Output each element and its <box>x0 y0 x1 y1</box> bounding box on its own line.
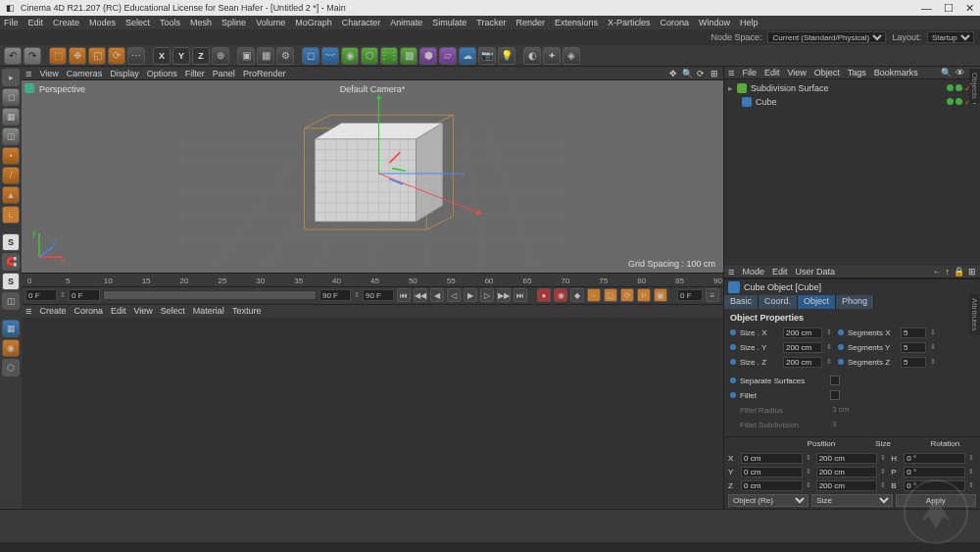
menu-render[interactable]: Render <box>515 18 545 27</box>
objmgr-search-icon[interactable]: 🔍 <box>941 68 952 77</box>
cloner-button[interactable]: ⋮⋮ <box>380 47 398 65</box>
menu-mograph[interactable]: MoGraph <box>295 18 332 27</box>
mat-view-menu[interactable]: View <box>133 306 152 316</box>
objmgr-tags-menu[interactable]: Tags <box>848 68 866 77</box>
rot-key-button[interactable]: ⟳ <box>620 288 634 302</box>
layout-select[interactable]: Startup <box>927 31 974 43</box>
mat-edit-menu[interactable]: Edit <box>111 306 126 316</box>
object-row[interactable]: Cube✓▪ <box>728 95 976 109</box>
make-editable-button[interactable]: ▸ <box>2 69 20 86</box>
side-tab-attributes[interactable]: Attributes <box>969 294 980 335</box>
scale-key-button[interactable]: ◱ <box>604 288 617 302</box>
viewport[interactable]: Perspective Default Camera* Grid Spacing… <box>22 80 723 273</box>
snap-s2-button[interactable]: S <box>2 273 20 290</box>
view-menu-prorender[interactable]: ProRender <box>243 69 286 78</box>
coord-size-Y[interactable] <box>816 467 878 477</box>
extra2-button[interactable]: ✦ <box>543 47 561 65</box>
attr-back-icon[interactable]: ← <box>933 267 942 276</box>
next-key-button[interactable]: ▶▶ <box>497 288 511 302</box>
size-z-input[interactable] <box>783 357 822 368</box>
axis-mode-button[interactable]: L <box>2 206 20 224</box>
goto-start-button[interactable]: ⏮ <box>397 288 411 302</box>
mat-texture-menu[interactable]: Texture <box>232 306 262 316</box>
timeline-slider[interactable] <box>103 290 317 300</box>
workplane-button[interactable]: ◫ <box>2 127 20 145</box>
coord-pos-X[interactable] <box>741 453 803 464</box>
generator-button[interactable]: ⬡ <box>361 47 378 65</box>
extra1-button[interactable]: ◐ <box>523 47 541 65</box>
objmgr-edit-menu[interactable]: Edit <box>764 68 780 77</box>
undo-button[interactable]: ↶ <box>4 47 22 65</box>
field-button[interactable]: ⬢ <box>419 47 437 65</box>
mat-create-menu[interactable]: Create <box>39 306 66 316</box>
prev-frame-button[interactable]: ◀ <box>430 288 444 302</box>
recent-tool[interactable]: ⋯ <box>127 47 145 65</box>
snap-workplane-button[interactable]: ◫ <box>2 292 20 310</box>
menu-help[interactable]: Help <box>740 18 759 27</box>
end-range-input[interactable] <box>363 289 394 301</box>
mat-select-menu[interactable]: Select <box>161 306 185 316</box>
subdivision-button[interactable]: ◉ <box>341 47 359 65</box>
cube-primitive-button[interactable]: ◻ <box>302 47 319 65</box>
record-button[interactable]: ● <box>537 288 551 302</box>
menu-x-particles[interactable]: X-Particles <box>608 18 651 27</box>
seg-x-input[interactable] <box>901 327 926 338</box>
view-menu-filter[interactable]: Filter <box>185 69 205 78</box>
coord-mode2-select[interactable]: Size <box>811 494 892 507</box>
mat-material-menu[interactable]: Material <box>193 306 224 316</box>
attr-lock-icon[interactable]: 🔒 <box>954 267 964 276</box>
current-frame-input[interactable] <box>677 289 703 301</box>
minimize-icon[interactable]: — <box>921 2 932 15</box>
deformer-button[interactable]: ▱ <box>439 47 457 65</box>
menu-file[interactable]: File <box>4 18 19 27</box>
xp-button-2[interactable]: ◉ <box>2 339 20 357</box>
attr-userdata-menu[interactable]: User Data <box>795 267 835 276</box>
seg-z-input[interactable] <box>901 357 926 368</box>
menu-simulate[interactable]: Simulate <box>432 18 466 27</box>
snap-icon-button[interactable]: 🧲 <box>2 253 20 271</box>
xp-button-3[interactable]: ⬡ <box>2 359 20 376</box>
select-tool[interactable]: ⬚ <box>49 47 67 65</box>
coord-pos-Y[interactable] <box>741 467 803 477</box>
attr-tab-basic[interactable]: Basic <box>724 295 759 309</box>
size-x-input[interactable] <box>783 327 822 338</box>
model-mode-button[interactable]: ◻ <box>2 88 20 106</box>
timeline-options-button[interactable]: ≡ <box>706 288 719 302</box>
menu-modes[interactable]: Modes <box>89 18 116 27</box>
render-settings-button[interactable]: ⚙ <box>276 47 294 65</box>
attr-tab-phong[interactable]: Phong <box>836 295 874 309</box>
coord-size-Z[interactable] <box>816 480 878 491</box>
menu-tracker[interactable]: Tracker <box>476 18 506 27</box>
objmgr-file-menu[interactable]: File <box>742 68 757 77</box>
objmgr-object-menu[interactable]: Object <box>814 68 840 77</box>
polygon-mode-button[interactable]: ▲ <box>2 186 20 204</box>
view-menu-options[interactable]: Options <box>147 69 177 78</box>
end-frame-input[interactable] <box>319 289 351 301</box>
mat-corona-menu[interactable]: Corona <box>74 306 103 316</box>
axis-y-toggle[interactable]: Y <box>172 47 190 65</box>
pla-key-button[interactable]: ▣ <box>654 288 667 302</box>
menu-tools[interactable]: Tools <box>160 18 180 27</box>
camera-button[interactable]: 📷 <box>478 47 496 65</box>
close-icon[interactable]: ✕ <box>965 2 974 15</box>
start-frame-input[interactable] <box>25 289 57 301</box>
menu-mesh[interactable]: Mesh <box>190 18 212 27</box>
render-pv-button[interactable]: ▦ <box>257 47 274 65</box>
object-row[interactable]: ▸Subdivision Surface✓▪ <box>728 81 976 95</box>
attr-tab-coord.[interactable]: Coord. <box>759 295 798 309</box>
menu-create[interactable]: Create <box>53 18 79 27</box>
size-y-input[interactable] <box>783 342 822 353</box>
menu-window[interactable]: Window <box>699 18 730 27</box>
play-button[interactable]: ▶ <box>464 288 477 302</box>
rotate-tool[interactable]: ⟳ <box>108 47 125 65</box>
view-menu-cameras[interactable]: Cameras <box>67 69 103 78</box>
side-tab-objects[interactable]: Objects <box>969 69 980 103</box>
view-menu-panel[interactable]: Panel <box>213 69 235 78</box>
xp-button-1[interactable]: ▦ <box>2 320 20 337</box>
extra3-button[interactable]: ◈ <box>563 47 580 65</box>
snap-s1-button[interactable]: S <box>2 233 20 251</box>
autokey-button[interactable]: ◉ <box>554 288 567 302</box>
axis-z-toggle[interactable]: Z <box>192 47 210 65</box>
viewport-zoom-icon[interactable]: 🔍 <box>682 69 692 78</box>
menu-extensions[interactable]: Extensions <box>555 18 598 27</box>
